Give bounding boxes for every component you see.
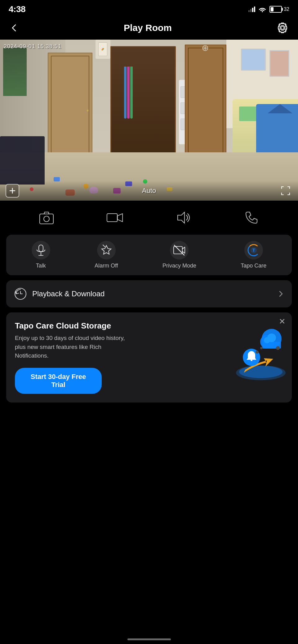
page-title: Play Room (124, 23, 172, 33)
privacy-icon-container (170, 241, 189, 259)
svg-rect-13 (174, 246, 182, 254)
fullscreen-button[interactable] (279, 184, 292, 198)
camera-mode-label: Auto (142, 187, 156, 195)
wifi-icon (258, 6, 266, 12)
speaker-icon (175, 209, 192, 226)
playback-label: Playback & Download (32, 289, 105, 298)
camera-bottom-bar: Auto (0, 181, 298, 201)
svg-point-30 (260, 347, 263, 349)
chevron-right-icon (278, 290, 284, 297)
alarm-icon-container (97, 241, 116, 259)
svg-marker-8 (178, 212, 185, 223)
svg-rect-9 (39, 245, 43, 252)
tapo-illustration (227, 315, 292, 384)
alarm-icon (101, 244, 112, 256)
talk-label: Talk (36, 263, 46, 269)
privacy-label: Privacy Mode (162, 263, 196, 269)
alarm-label: Alarm Off (95, 263, 118, 269)
add-camera-button[interactable] (6, 184, 19, 198)
feature-privacy[interactable]: Privacy Mode (162, 241, 196, 269)
status-icons: 32 (248, 6, 289, 13)
svg-rect-23 (251, 360, 252, 361)
controls-row (0, 201, 298, 235)
tapocare-icon-container: T (244, 241, 263, 259)
fullscreen-icon (280, 185, 291, 196)
svg-line-12 (103, 245, 105, 247)
back-button[interactable] (9, 22, 20, 33)
talk-icon-container (32, 241, 50, 259)
svg-point-2 (281, 26, 284, 29)
audio-button[interactable] (175, 209, 192, 226)
screenshot-button[interactable] (38, 209, 55, 226)
settings-button[interactable] (276, 21, 289, 35)
playback-row[interactable]: Playback & Download (6, 280, 292, 307)
svg-point-21 (239, 366, 282, 378)
home-indicator (127, 638, 171, 640)
bottom-spacer (0, 410, 298, 472)
svg-point-28 (264, 337, 270, 343)
plus-icon (9, 187, 16, 194)
playback-icon (14, 287, 27, 301)
tapo-card-description: Enjoy up to 30 days of cloud video histo… (15, 334, 127, 360)
header: Play Room (0, 17, 298, 40)
trial-button[interactable]: Start 30-day Free Trial (15, 368, 102, 394)
battery-icon: 32 (269, 6, 289, 13)
svg-point-6 (44, 216, 49, 222)
back-icon (10, 24, 19, 32)
svg-point-29 (256, 350, 259, 354)
phone-icon (243, 209, 260, 226)
tapo-care-card: ✕ Tapo Care Cloud Storage Enjoy up to 30… (6, 312, 292, 402)
call-button[interactable] (243, 209, 260, 226)
privacy-icon (173, 245, 185, 256)
camera-icon (38, 209, 55, 226)
feature-talk[interactable]: Talk (32, 241, 50, 269)
svg-rect-5 (40, 214, 53, 224)
camera-feed[interactable]: 🌈 (0, 40, 298, 201)
record-button[interactable] (106, 209, 123, 226)
playback-left: Playback & Download (14, 287, 105, 301)
svg-text:T: T (252, 248, 255, 253)
signal-icon (248, 7, 255, 12)
tapocare-icon: T (247, 244, 260, 257)
camera-timestamp: 2024-09-01 15:38:51 (4, 43, 61, 50)
svg-point-31 (276, 346, 280, 350)
feature-alarm[interactable]: Alarm Off (95, 241, 118, 269)
feature-grid: Talk Alarm Off Privacy Mode (6, 235, 292, 275)
video-icon (106, 209, 123, 226)
svg-rect-7 (107, 214, 118, 222)
feature-tapocare[interactable]: T Tapo Care (241, 241, 266, 269)
microphone-icon (36, 244, 46, 256)
status-bar: 4:38 32 (0, 0, 298, 17)
ceiling-fan: ⊕ (202, 43, 209, 53)
status-time: 4:38 (9, 4, 25, 14)
tapocare-label: Tapo Care (241, 263, 266, 269)
